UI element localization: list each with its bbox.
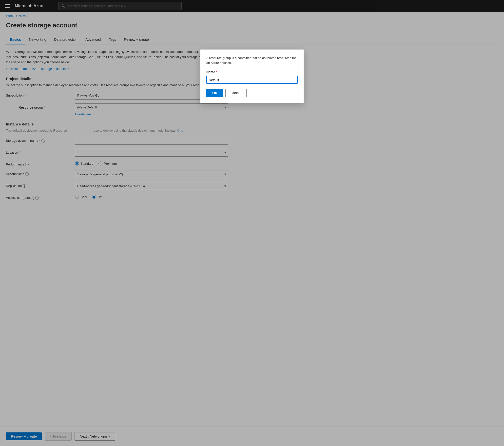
popup-description: A resource group is a container that hol… bbox=[206, 56, 298, 65]
popup-overlay: A resource group is a container that hol… bbox=[0, 0, 504, 446]
popup-name-input[interactable] bbox=[206, 76, 298, 84]
popup-buttons: OK Cancel bbox=[206, 89, 298, 97]
popup-name-label: Name * bbox=[206, 70, 298, 74]
popup-card: A resource group is a container that hol… bbox=[200, 49, 304, 103]
popup-ok-button[interactable]: OK bbox=[206, 89, 223, 97]
popup-name-required: * bbox=[216, 70, 217, 74]
popup-cancel-button[interactable]: Cancel bbox=[225, 89, 247, 97]
